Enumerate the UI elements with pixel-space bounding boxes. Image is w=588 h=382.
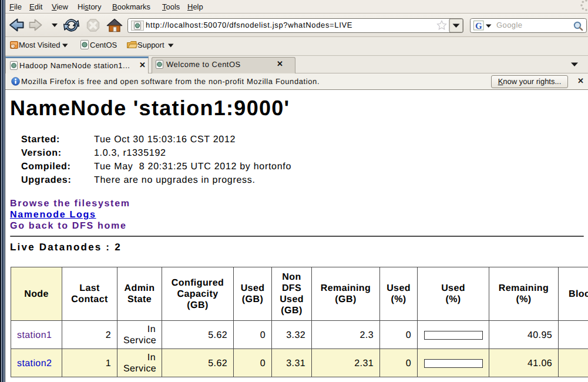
svg-text:G: G xyxy=(475,22,482,31)
